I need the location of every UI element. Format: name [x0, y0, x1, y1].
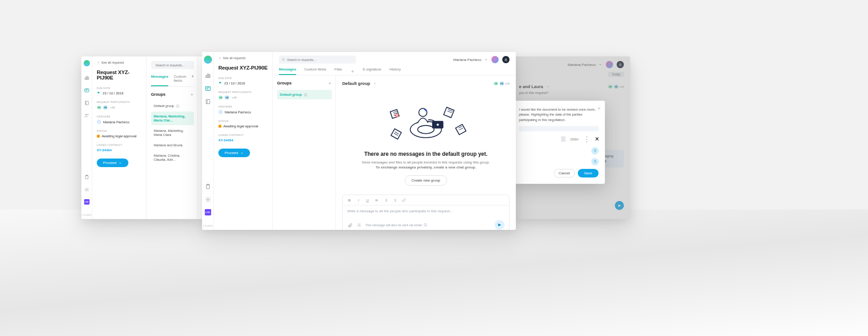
linked-label: LINKED CONTRACT [218, 134, 268, 136]
avatar-chip: AB [225, 95, 229, 100]
italic-icon[interactable]: I [356, 198, 361, 202]
x-icon[interactable]: × [595, 135, 599, 143]
nav-clipboard-icon[interactable] [204, 183, 211, 190]
svg-rect-4 [85, 101, 88, 105]
assignee-value: Mariana Pacheco [97, 120, 142, 124]
status-dot-icon [218, 125, 222, 128]
tab-history[interactable]: History [390, 67, 401, 75]
version-label: v 4.130.8 [203, 224, 212, 227]
nav-messages-icon[interactable] [204, 85, 211, 92]
svg-point-9 [86, 189, 87, 191]
group-item[interactable]: Mariana, Cristina, Cláudia, Adri... [151, 151, 194, 164]
avatar-overflow-count: +10 [110, 106, 115, 109]
page-title: Request XYZ-PIJ90E [97, 70, 142, 80]
tab-esignature[interactable]: E-signature [363, 67, 382, 75]
tab-custom-fields[interactable]: Custom fields [174, 75, 186, 86]
strike-icon[interactable]: S [374, 198, 379, 202]
modal-preview-bar [519, 126, 599, 131]
composer-input[interactable]: Write a message to all the people who pa… [343, 205, 509, 217]
avatar-overflow-count: +10 [232, 96, 236, 99]
assignee-value: Mariana Pacheco [218, 110, 268, 114]
app-logo[interactable] [84, 60, 90, 66]
app-logo[interactable] [204, 56, 212, 64]
svg-point-28 [437, 124, 439, 126]
back-link[interactable]: See all requests [97, 61, 142, 64]
trash-icon[interactable] [591, 158, 599, 165]
status-label: STATUS [97, 130, 142, 132]
status-label: STATUS [218, 120, 268, 122]
cancel-button[interactable]: Cancel [554, 169, 575, 177]
avatar-chip: AB [500, 81, 504, 86]
group-selector[interactable]: Default group [342, 81, 377, 86]
lnk-badge[interactable]: LNK [84, 199, 90, 205]
user-avatar[interactable] [491, 56, 499, 63]
add-group-icon[interactable] [190, 93, 194, 97]
nav-docs-icon[interactable] [204, 98, 211, 105]
link-icon[interactable] [401, 198, 406, 202]
proceed-button[interactable]: Proceed [97, 159, 128, 167]
linked-contract-link[interactable]: XY-34434 [218, 138, 268, 142]
linked-contract-link[interactable]: XY-34434 [97, 148, 142, 152]
tab-files[interactable]: Fil [192, 75, 194, 86]
add-group-icon[interactable] [328, 81, 332, 85]
send-button[interactable] [495, 220, 505, 230]
nav-messages-icon[interactable] [84, 87, 90, 93]
user-menu[interactable]: Mariana Pacheco [453, 58, 488, 62]
search-input-wrap[interactable] [279, 56, 356, 64]
lnk-badge[interactable]: LNK [205, 209, 211, 215]
gear-icon[interactable] [356, 222, 362, 228]
svg-rect-0 [85, 78, 86, 79]
participants-label: REQUEST PARTICIPANTS [218, 91, 268, 93]
create-group-button[interactable]: Create new group [405, 175, 447, 186]
underline-icon[interactable]: U [365, 198, 370, 202]
trash-icon[interactable] [591, 147, 599, 154]
group-item[interactable]: Mariana, Marketing, Maria Clar... [151, 112, 194, 125]
numlist-icon[interactable] [392, 198, 397, 202]
assignee-label: ASSIGNEE [218, 105, 268, 108]
list-icon[interactable] [383, 198, 388, 202]
close-icon[interactable] [597, 104, 601, 109]
composer-hint: This message will also be sent via email… [365, 223, 427, 227]
group-item-default[interactable]: Default group [277, 90, 332, 99]
more-icon[interactable]: ⋮ [583, 135, 590, 144]
svg-rect-22 [505, 60, 507, 61]
tab-messages[interactable]: Messages [151, 75, 168, 86]
empty-desc-line2: To exchange messages privately, create a… [376, 165, 476, 169]
nav-clipboard-icon[interactable] [84, 174, 90, 180]
tab-messages[interactable]: Messages [279, 67, 296, 75]
proceed-button[interactable]: Proceed [218, 149, 250, 157]
avatar-chip: AB [97, 105, 101, 110]
nav-docs-icon[interactable] [84, 100, 90, 106]
nav-dashboard-icon[interactable] [204, 72, 211, 79]
tab-files[interactable]: Files [335, 67, 342, 75]
participants-label: REQUEST PARTICIPANTS [97, 101, 142, 103]
group-item[interactable]: Mariana, Marketing, Maria Clara [151, 126, 194, 140]
group-item-default[interactable]: Default group [151, 101, 194, 111]
add-tab-icon[interactable] [350, 69, 355, 74]
groups-header: Groups [151, 92, 165, 97]
nav-settings-icon[interactable] [84, 187, 90, 193]
tab-custom-fields[interactable]: Custom fields [304, 67, 326, 75]
empty-desc-line1: Send messages and files to all people in… [362, 160, 490, 164]
group-item[interactable]: Mariana and Bruna [151, 140, 194, 150]
nav-settings-icon[interactable] [204, 196, 211, 203]
svg-point-21 [282, 58, 284, 61]
attachment-icon[interactable] [347, 222, 353, 228]
avatar-overflow-count: +10 [505, 82, 509, 85]
search-input[interactable] [287, 58, 353, 61]
bold-icon[interactable]: B [347, 198, 352, 202]
modal-note: I would like the document to be revised … [519, 107, 599, 122]
search-input-wrap[interactable] [151, 61, 194, 69]
svg-point-5 [85, 114, 87, 116]
nav-people-icon[interactable] [84, 112, 90, 119]
groups-header: Groups [277, 81, 292, 85]
participants-value: AB AB +10 [97, 105, 142, 110]
search-input[interactable] [156, 64, 195, 67]
save-button[interactable]: Save [578, 169, 599, 177]
avatar-chip: AB [494, 81, 498, 86]
lock-icon[interactable] [502, 56, 509, 63]
due-date-label: DUE DATE [218, 77, 268, 79]
nav-dashboard-icon[interactable] [84, 75, 90, 81]
back-link[interactable]: See all requests [218, 56, 268, 60]
svg-point-6 [87, 114, 88, 115]
